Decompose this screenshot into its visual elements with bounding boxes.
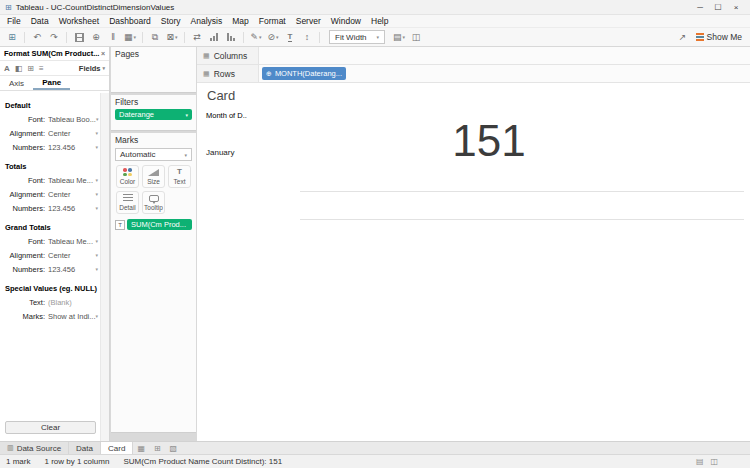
clear-sheet-icon[interactable]: ⊠▾ — [164, 30, 180, 45]
grand-totals-numbers-dropdown[interactable]: Numbers: 123.456▾ — [5, 262, 100, 276]
minimize-button[interactable]: ─ — [691, 3, 709, 12]
filmstrip-icon[interactable]: ◫ — [710, 457, 718, 466]
chevron-down-icon: ▾ — [95, 177, 98, 183]
tab-label: Data Source — [17, 444, 61, 453]
swap-rows-columns-icon[interactable]: ⇄ — [189, 30, 205, 45]
grand-totals-font-dropdown[interactable]: Font: Tableau Me...▾ — [5, 234, 100, 248]
format-pane-scrollbar[interactable] — [100, 93, 109, 441]
marks-pill-sum[interactable]: SUM(Cm Prod... — [127, 219, 192, 230]
text-button[interactable]: T Text — [168, 165, 191, 188]
close-button[interactable]: × — [727, 3, 745, 12]
tooltip-button[interactable]: Tooltip — [142, 191, 165, 214]
totals-numbers-dropdown[interactable]: Numbers: 123.456▾ — [5, 201, 100, 215]
chevron-down-icon: ▾ — [95, 144, 98, 150]
menu-map[interactable]: Map — [227, 16, 254, 26]
font-icon[interactable]: A — [4, 64, 10, 73]
size-button[interactable]: Size — [142, 165, 165, 188]
show-hide-cards-icon[interactable]: ▤▾ — [391, 30, 407, 45]
sheet-sorter-icon[interactable]: ▤ — [696, 457, 704, 466]
clear-button[interactable]: Clear — [5, 421, 96, 434]
filter-pill-daterange[interactable]: Daterange ▾ — [115, 109, 192, 120]
button-label: Detail — [119, 204, 136, 211]
field-value: Center — [48, 251, 71, 260]
menu-analysis[interactable]: Analysis — [186, 16, 228, 26]
lines-icon[interactable]: ≡ — [39, 64, 44, 73]
column-field-header: Month of D.. — [206, 111, 247, 120]
pages-card[interactable]: Pages — [111, 47, 196, 93]
mark-type-value: Automatic — [120, 150, 156, 159]
menu-story[interactable]: Story — [156, 16, 186, 26]
totals-alignment-dropdown[interactable]: Alignment: Center▾ — [5, 187, 100, 201]
tab-axis[interactable]: Axis — [0, 76, 33, 90]
borders-icon[interactable]: ⊞ — [27, 64, 34, 73]
menu-format[interactable]: Format — [254, 16, 291, 26]
detail-button[interactable]: Detail — [116, 191, 139, 214]
shading-icon[interactable]: ◧ — [15, 64, 23, 73]
fit-value: Fit Width — [335, 33, 367, 42]
mark-text-value[interactable]: 151 — [300, 118, 678, 164]
color-button[interactable]: Color — [116, 165, 139, 188]
save-icon[interactable] — [71, 30, 87, 45]
group-members-icon[interactable]: ⊘▾ — [265, 30, 281, 45]
presentation-mode-icon[interactable]: ◫ — [408, 30, 424, 45]
tableau-logo-icon: ⊞ — [5, 3, 12, 12]
format-section-default: Default Font: Tableau Boo...▾ Alignment:… — [5, 101, 100, 154]
format-pane-icon-row: A ◧ ⊞ ≡ Fields ▾ — [0, 61, 109, 76]
toolbar-separator — [319, 32, 320, 43]
menu-data[interactable]: Data — [26, 16, 54, 26]
highlight-icon[interactable]: ✎▾ — [248, 30, 264, 45]
fields-dropdown[interactable]: Fields ▾ — [79, 64, 105, 73]
menu-dashboard[interactable]: Dashboard — [104, 16, 156, 26]
pill-label: SUM(Cm Prod... — [131, 220, 186, 229]
expand-date-icon[interactable]: ⊕ — [266, 70, 272, 78]
new-worksheet-tab-icon[interactable]: ▦ — [133, 442, 149, 454]
menu-worksheet[interactable]: Worksheet — [54, 16, 104, 26]
share-icon[interactable]: ↗ — [675, 30, 691, 45]
special-values-marks-dropdown[interactable]: Marks: Show at Indi...▾ — [5, 309, 100, 323]
menu-file[interactable]: File — [2, 16, 26, 26]
sort-ascending-icon[interactable] — [206, 30, 222, 45]
grid-icon: ▦ — [203, 52, 210, 60]
undo-icon[interactable]: ↶ — [29, 30, 45, 45]
show-me-button[interactable]: Show Me — [696, 32, 742, 42]
chevron-down-icon: ▾ — [95, 205, 98, 211]
new-worksheet-icon[interactable]: ▦▾ — [122, 30, 138, 45]
columns-shelf[interactable]: ▦ Columns — [197, 47, 750, 65]
rows-shelf[interactable]: ▦ Rows ⊕ MONTH(Daterang... — [197, 65, 750, 83]
default-numbers-dropdown[interactable]: Numbers: 123.456▾ — [5, 140, 100, 154]
chevron-down-icon: ▾ — [377, 34, 380, 40]
add-data-source-icon[interactable]: ⊕ — [88, 30, 104, 45]
new-dashboard-tab-icon[interactable]: ⊞ — [149, 442, 165, 454]
fix-axes-icon[interactable]: ↕ — [299, 30, 315, 45]
duplicate-sheet-icon[interactable]: ⧉ — [147, 30, 163, 45]
tab-data-source[interactable]: ▥ Data Source — [0, 442, 69, 454]
sort-descending-icon[interactable] — [223, 30, 239, 45]
fit-dropdown[interactable]: Fit Width ▾ — [329, 30, 385, 44]
show-mark-labels-icon[interactable]: T — [282, 30, 298, 45]
maximize-button[interactable]: ☐ — [709, 3, 727, 12]
pause-updates-icon[interactable]: ‖ — [105, 30, 121, 45]
rows-pill-month[interactable]: ⊕ MONTH(Daterang... — [262, 67, 346, 80]
field-value: 123.456 — [48, 265, 75, 274]
tab-data[interactable]: Data — [69, 442, 101, 454]
special-values-text-field[interactable]: Text: (Blank) — [5, 295, 100, 309]
field-value: 123.456 — [48, 204, 75, 213]
totals-font-dropdown[interactable]: Font: Tableau Me...▾ — [5, 173, 100, 187]
sheet-view[interactable]: Card Month of D.. January 151 — [197, 84, 750, 441]
mark-type-dropdown[interactable]: Automatic ▾ — [115, 148, 192, 161]
menu-help[interactable]: Help — [366, 16, 393, 26]
filters-card[interactable]: Filters Daterange ▾ — [111, 95, 196, 131]
start-page-icon[interactable]: ⊞ — [4, 30, 20, 45]
tab-pane[interactable]: Pane — [33, 76, 70, 90]
new-story-tab-icon[interactable]: ▧ — [165, 442, 181, 454]
menu-server[interactable]: Server — [291, 16, 326, 26]
status-aggregation-summary: SUM(Cm Product Name Count Distinct): 151 — [123, 457, 282, 466]
grand-totals-alignment-dropdown[interactable]: Alignment: Center▾ — [5, 248, 100, 262]
redo-icon[interactable]: ↷ — [46, 30, 62, 45]
tab-card[interactable]: Card — [101, 442, 133, 454]
menu-window[interactable]: Window — [326, 16, 366, 26]
pages-label: Pages — [111, 47, 196, 60]
default-alignment-dropdown[interactable]: Alignment: Center▾ — [5, 126, 100, 140]
default-font-dropdown[interactable]: Font: Tableau Boo...▾ — [5, 112, 100, 126]
close-icon[interactable]: × — [101, 50, 105, 57]
